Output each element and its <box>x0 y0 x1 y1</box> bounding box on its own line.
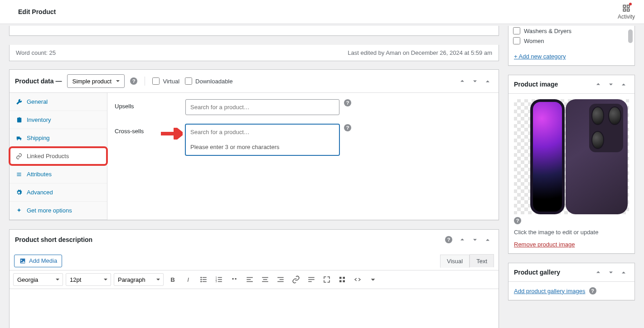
upsells-search[interactable] <box>185 99 339 115</box>
move-up-button[interactable] <box>457 234 468 245</box>
short-desc-title: Product short description <box>15 236 441 243</box>
link-icon <box>16 153 22 159</box>
help-icon[interactable]: ? <box>344 99 351 106</box>
product-image-box: Product image <box>508 75 635 254</box>
virtual-checkbox[interactable]: Virtual <box>152 77 179 85</box>
crosssells-search[interactable]: Please enter 3 or more characters <box>185 124 339 155</box>
tab-linked-products[interactable]: Linked Products <box>10 147 107 165</box>
add-new-category-link[interactable]: + Add new category <box>508 49 634 65</box>
svg-rect-3 <box>203 279 207 280</box>
svg-rect-23 <box>308 281 312 282</box>
svg-text:3: 3 <box>216 280 217 283</box>
arrow-annotation <box>161 128 183 140</box>
content-editor-bottom <box>9 26 499 36</box>
help-icon[interactable]: ? <box>130 77 137 85</box>
toggle-button[interactable] <box>618 79 629 90</box>
svg-rect-22 <box>308 279 315 280</box>
editor-content-area[interactable] <box>10 289 499 328</box>
link-button[interactable] <box>290 273 302 286</box>
svg-rect-16 <box>263 279 267 280</box>
move-down-button[interactable] <box>470 234 480 245</box>
scrollbar-thumb[interactable] <box>628 29 633 43</box>
svg-rect-7 <box>218 277 222 278</box>
tab-more-options[interactable]: Get more options <box>10 202 107 220</box>
svg-rect-1 <box>203 277 207 278</box>
move-down-button[interactable] <box>470 76 480 87</box>
product-image-title: Product image <box>514 81 593 88</box>
tab-advanced[interactable]: Advanced <box>10 183 107 202</box>
numbered-list-button[interactable]: 123 <box>213 273 225 286</box>
format-select[interactable]: Paragraph <box>114 273 164 286</box>
editor-toolbar: Georgia 12pt Paragraph B I 123 <box>10 270 499 289</box>
move-down-button[interactable] <box>605 79 616 90</box>
toggle-button[interactable] <box>482 76 493 87</box>
category-item[interactable]: Washers & Dryers <box>508 26 634 36</box>
move-up-button[interactable] <box>593 79 604 90</box>
categories-box-partial: Washers & Dryers Women + Add new categor… <box>508 26 635 66</box>
media-icon <box>19 257 26 265</box>
toggle-button[interactable] <box>482 234 493 245</box>
add-gallery-images-link[interactable]: Add product gallery images <box>514 288 586 294</box>
svg-rect-27 <box>343 280 345 283</box>
help-icon[interactable]: ? <box>589 287 596 294</box>
svg-rect-5 <box>203 281 207 282</box>
add-media-button[interactable]: Add Media <box>14 255 62 267</box>
toolbar-toggle-button[interactable] <box>336 273 349 286</box>
crosssells-input[interactable] <box>186 125 339 140</box>
font-family-select[interactable]: Georgia <box>13 273 63 286</box>
upsells-label: Upsells <box>115 99 178 110</box>
help-icon[interactable]: ? <box>514 217 521 224</box>
help-icon[interactable]: ? <box>445 236 452 243</box>
move-up-button[interactable] <box>457 76 468 87</box>
blockquote-button[interactable] <box>228 273 241 286</box>
remove-product-image-link[interactable]: Remove product image <box>514 241 575 248</box>
wrench-icon <box>16 99 22 105</box>
clipboard-icon <box>16 117 22 123</box>
category-item[interactable]: Women <box>508 36 634 46</box>
product-gallery-box: Product gallery Add product gallery imag… <box>508 263 635 300</box>
source-button[interactable] <box>351 273 364 286</box>
product-type-select[interactable]: Simple product <box>67 74 125 88</box>
svg-rect-11 <box>218 281 222 282</box>
svg-rect-20 <box>277 281 284 282</box>
product-gallery-title: Product gallery <box>514 269 593 276</box>
chevron-down-icon[interactable] <box>367 273 379 286</box>
tab-inventory[interactable]: Inventory <box>10 111 107 129</box>
svg-rect-12 <box>247 277 253 278</box>
product-data-tabs: General Inventory Shipping Linked Produc… <box>10 93 107 220</box>
svg-rect-17 <box>262 281 268 282</box>
toggle-button[interactable] <box>618 267 629 278</box>
move-up-button[interactable] <box>593 267 604 278</box>
svg-point-2 <box>200 279 202 280</box>
tab-general[interactable]: General <box>10 93 107 111</box>
tab-attributes[interactable]: Attributes <box>10 165 107 183</box>
product-image-hint: Click the image to edit or update <box>514 229 629 236</box>
help-icon[interactable]: ? <box>344 124 351 131</box>
editor-tab-visual[interactable]: Visual <box>440 255 470 268</box>
tab-shipping[interactable]: Shipping <box>10 129 107 147</box>
svg-rect-9 <box>218 279 222 280</box>
editor-tab-text[interactable]: Text <box>470 254 494 267</box>
page-title: Edit Product <box>0 8 56 15</box>
more-button[interactable] <box>305 273 318 286</box>
upsells-input[interactable] <box>186 100 339 115</box>
activity-button[interactable]: Activity <box>609 4 644 20</box>
bullet-list-button[interactable] <box>197 273 210 286</box>
product-data-title: Product data — <box>15 77 62 85</box>
sparkle-icon <box>16 207 22 214</box>
svg-point-0 <box>200 277 202 278</box>
align-center-button[interactable] <box>259 273 271 286</box>
svg-rect-19 <box>280 279 284 280</box>
font-size-select[interactable]: 12pt <box>66 273 111 286</box>
fullscreen-button[interactable] <box>320 273 333 286</box>
italic-button[interactable]: I <box>182 273 194 286</box>
svg-rect-13 <box>247 279 251 280</box>
page-header: Edit Product Activity <box>0 0 644 24</box>
downloadable-checkbox[interactable]: Downloadable <box>185 77 232 85</box>
product-image-thumbnail[interactable] <box>514 99 629 214</box>
move-down-button[interactable] <box>605 267 616 278</box>
align-left-button[interactable] <box>243 273 256 286</box>
align-right-button[interactable] <box>274 273 287 286</box>
svg-rect-25 <box>343 277 345 279</box>
bold-button[interactable]: B <box>166 273 179 286</box>
